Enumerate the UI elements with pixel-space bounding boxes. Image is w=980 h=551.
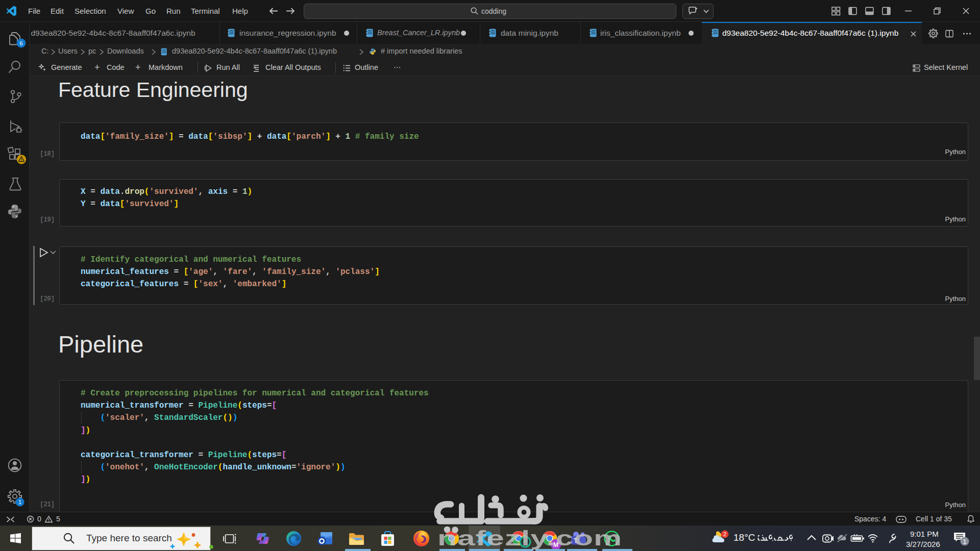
svg-text:1: 1 — [18, 499, 21, 505]
svg-text:6: 6 — [19, 40, 22, 46]
svg-text:1: 1 — [963, 538, 967, 545]
svg-text:T: T — [574, 537, 578, 544]
svg-text:M: M — [553, 541, 558, 548]
svg-text:2: 2 — [723, 531, 726, 537]
